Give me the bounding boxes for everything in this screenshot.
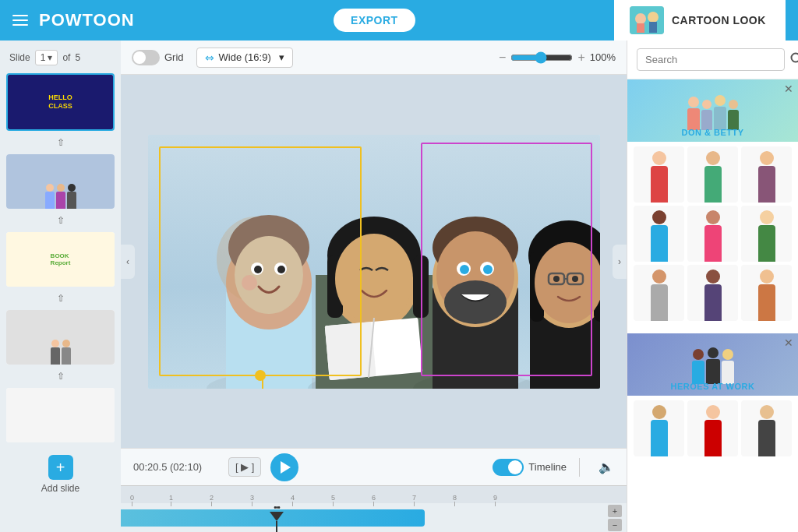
char-group-don-betty: ✕ DON & BETTY [627,79,798,326]
slide-current: 1 [41,52,46,63]
slide-thumb-5 [6,388,115,442]
volume-icon[interactable]: 🔈 [598,460,614,474]
cartoon-look-tab[interactable]: CARTOON LOOK [614,0,786,41]
divider [579,458,580,477]
char-cell-3[interactable] [741,146,792,203]
export-button[interactable]: EXPORT [334,9,415,32]
slide-1-content: HELLOCLASS [8,75,113,129]
don-betty-grid [627,142,798,326]
right-panel: ✕ DON & BETTY [627,41,798,532]
playback-bar: 00:20.5 (02:10) [ ▶ ] Timeline 🔈 [121,448,627,485]
aspect-icon: ⇔ [205,51,214,64]
hamburger-menu[interactable] [12,15,28,26]
app-logo: POWTOON [39,10,135,30]
collapse-right-button[interactable]: › [613,245,627,279]
slide-control: Slide 1 ▾ of 5 [6,48,115,67]
slide-item-2[interactable] [6,154,115,209]
heroes-close[interactable]: ✕ [784,336,793,349]
svg-point-1 [635,13,646,24]
svg-point-3 [648,12,659,23]
heroes-grid [627,396,798,461]
zoom-value: 100% [590,51,616,63]
hero-cell-2[interactable] [687,400,738,456]
slide-canvas[interactable] [148,135,600,389]
timeline-toggle-track[interactable] [493,459,524,476]
slide-thumb-4 [6,310,115,365]
svg-point-47 [572,276,578,282]
character-section: ✕ DON & BETTY [627,79,798,469]
playhead[interactable]: ••• [269,503,284,532]
char-cell-8[interactable] [687,265,738,321]
aspect-selector[interactable]: ⇔ Wide (16:9) ▾ [196,48,293,68]
slide-number-box[interactable]: 1 ▾ [35,50,58,65]
svg-point-48 [792,53,799,62]
slide-total: 5 [75,52,80,63]
svg-rect-0 [630,6,664,34]
playhead-triangle [270,512,284,521]
slide-dropdown-icon: ▾ [48,52,52,63]
slide-1-arrow[interactable]: ⇧ [6,134,115,151]
timeline-ruler: 0 1 2 3 4 5 6 7 8 9 [121,486,627,503]
timeline-toggle[interactable]: Timeline [493,459,567,476]
don-betty-close[interactable]: ✕ [784,83,793,95]
char-cell-1[interactable] [634,146,684,203]
grid-label: Grid [164,51,184,63]
grid-toggle-track[interactable] [132,50,160,65]
step-button[interactable]: [ ▶ ] [228,457,261,477]
editor-toolbar: Grid ⇔ Wide (16:9) ▾ − + 100% [121,41,627,75]
char-cell-2[interactable] [687,146,738,203]
svg-rect-2 [637,23,644,33]
timeline-section: 0 1 2 3 4 5 6 7 8 9 ••• [121,485,627,532]
svg-rect-24 [324,322,376,380]
cartoon-look-label: CARTOON LOOK [672,14,766,26]
char-cell-6[interactable] [741,206,792,262]
grid-toggle[interactable]: Grid [132,50,184,65]
slide-of-label: of [62,52,70,63]
slide-3-arrow[interactable]: ⇧ [6,290,115,307]
main-layout: Slide 1 ▾ of 5 HELLOCLASS ⇧ [0,41,798,532]
hero-cell-1[interactable] [634,400,684,456]
timeline-zoom-out[interactable]: − [608,519,622,531]
slide-thumb-3: BOOKReport [6,232,115,287]
char-cell-4[interactable] [634,206,684,262]
play-button[interactable] [270,453,298,481]
char-cell-7[interactable] [634,265,684,321]
add-slide-button[interactable]: + Add slide [6,449,115,500]
slide-item-4[interactable] [6,310,115,365]
play-icon [281,461,291,474]
zoom-slider[interactable] [510,51,573,64]
top-nav: POWTOON EXPORT CARTOON LOOK [0,0,798,41]
timeline-zoom-buttons: + − [608,505,622,531]
grid-toggle-knob [133,51,146,64]
heroes-banner[interactable]: ✕ HEROES AT WORK [627,333,798,396]
timeline-zoom-in[interactable]: + [608,505,622,517]
svg-point-35 [483,265,493,274]
playhead-line [276,521,277,532]
heroes-banner-chars [627,333,798,384]
collapse-left-button[interactable]: ‹ [121,245,135,279]
don-betty-banner[interactable]: ✕ DON & BETTY [627,79,798,142]
svg-point-15 [242,275,257,291]
svg-point-22 [335,234,413,324]
search-icon [789,51,798,65]
heroes-label: HEROES AT WORK [627,382,798,391]
slide-item-3[interactable]: BOOKReport [6,232,115,287]
search-bar [627,41,798,79]
time-display: 00:20.5 (02:10) [133,461,219,473]
timeline-track-area[interactable]: ••• + − [121,503,627,532]
char-cell-5[interactable] [687,206,738,262]
hero-cell-3[interactable] [741,400,792,456]
slide-2-arrow[interactable]: ⇧ [6,212,115,229]
slide-item-5[interactable] [6,388,115,442]
timeline-toggle-knob [508,460,522,474]
aspect-label: Wide (16:9) [219,51,271,63]
slide-4-arrow[interactable]: ⇧ [6,368,115,385]
char-cell-9[interactable] [741,265,792,321]
slide-item-1[interactable]: HELLOCLASS [6,73,115,131]
zoom-plus[interactable]: + [577,51,584,65]
search-input[interactable] [637,48,785,71]
time-current: 00:20.5 [133,461,167,473]
zoom-minus[interactable]: − [499,51,506,65]
nav-left: POWTOON [12,10,135,30]
search-button[interactable] [789,51,798,69]
